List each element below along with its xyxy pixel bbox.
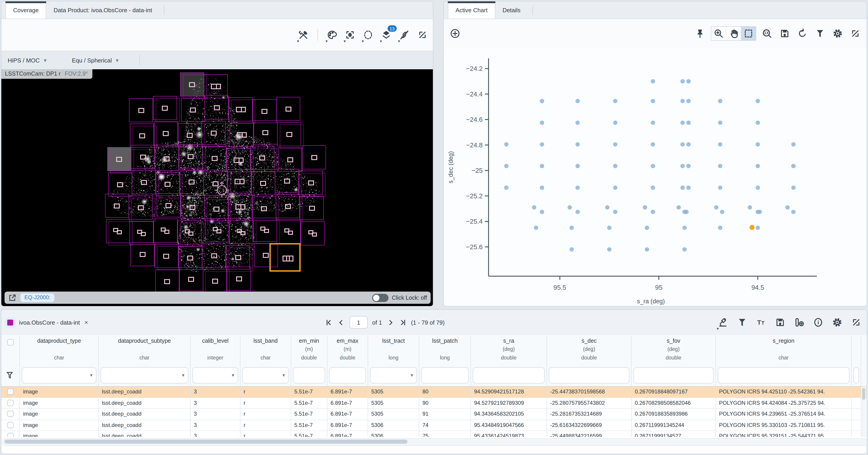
- data-point[interactable]: [785, 205, 790, 210]
- data-point[interactable]: [791, 164, 796, 168]
- data-point[interactable]: [720, 210, 724, 214]
- image-footprint-marker[interactable]: [139, 133, 145, 138]
- image-footprint-marker[interactable]: [140, 252, 145, 257]
- image-footprint-marker[interactable]: [262, 130, 268, 135]
- column-filter-input[interactable]: [421, 367, 469, 384]
- column-header-s_fov[interactable]: s_fov (deg) double: [632, 335, 716, 364]
- data-point[interactable]: [756, 164, 760, 168]
- data-point[interactable]: [680, 185, 685, 190]
- image-footprint-marker[interactable]: [234, 157, 243, 163]
- column-filter-input[interactable]: [293, 367, 325, 384]
- data-point[interactable]: [576, 210, 580, 214]
- image-footprint-marker[interactable]: [140, 154, 146, 159]
- table-row[interactable]: imagelsst.deep_coadd3r5.51e-76.891e-7530…: [1, 387, 867, 398]
- image-footprint-marker[interactable]: [234, 179, 244, 184]
- image-footprint-marker[interactable]: [235, 204, 245, 209]
- pan-hand-icon[interactable]: [726, 27, 741, 40]
- data-point[interactable]: [686, 99, 691, 103]
- data-point[interactable]: [757, 210, 762, 214]
- image-footprint-marker[interactable]: [113, 228, 122, 235]
- data-point[interactable]: [686, 120, 691, 125]
- image-footprint-marker[interactable]: [166, 203, 172, 208]
- filter-icon[interactable]: [813, 27, 827, 40]
- image-footprint-marker[interactable]: [260, 181, 266, 186]
- select-all-checkbox[interactable]: [7, 339, 13, 345]
- image-footprint-marker[interactable]: [259, 155, 265, 160]
- expand-icon[interactable]: [849, 315, 863, 329]
- image-footprint-marker[interactable]: [185, 229, 194, 236]
- filter-text-input[interactable]: [856, 368, 858, 382]
- data-point[interactable]: [677, 205, 681, 210]
- image-footprint-marker[interactable]: [261, 206, 267, 211]
- data-point[interactable]: [718, 142, 722, 147]
- data-point[interactable]: [540, 210, 544, 214]
- data-point[interactable]: [686, 164, 691, 168]
- expand-icon[interactable]: [848, 27, 862, 40]
- image-footprint-marker[interactable]: [212, 278, 218, 283]
- zoom-in-icon[interactable]: [711, 27, 726, 40]
- data-point[interactable]: [756, 185, 760, 190]
- data-point[interactable]: [651, 185, 655, 190]
- data-point[interactable]: [540, 185, 544, 190]
- column-header-em_min[interactable]: em_min (m) double: [291, 335, 328, 364]
- data-point[interactable]: [714, 205, 718, 210]
- image-footprint-marker[interactable]: [189, 179, 194, 184]
- data-point[interactable]: [651, 79, 655, 84]
- column-header-dataproduct_type[interactable]: dataproduct_type char: [20, 335, 99, 364]
- image-footprint-marker[interactable]: [287, 157, 293, 162]
- data-point[interactable]: [680, 99, 685, 103]
- table-row[interactable]: imagelsst.deep_coadd3r5.51e-76.891e-7530…: [1, 431, 867, 437]
- image-footprint-marker[interactable]: [163, 253, 169, 259]
- coordinate-system-dropdown[interactable]: Equ / Spherical▼: [65, 57, 126, 64]
- first-page-icon[interactable]: [325, 318, 333, 326]
- pin-icon[interactable]: [693, 27, 707, 40]
- image-footprint-marker[interactable]: [261, 109, 267, 114]
- image-footprint-marker[interactable]: [164, 156, 170, 161]
- filter-text-input[interactable]: [195, 368, 230, 382]
- chevron-down-icon[interactable]: ▼: [181, 373, 185, 377]
- image-footprint-marker[interactable]: [211, 130, 217, 135]
- image-footprint-marker[interactable]: [309, 206, 315, 211]
- data-point[interactable]: [567, 205, 572, 210]
- select-area-icon[interactable]: [741, 27, 756, 40]
- v-scrollbar-thumb[interactable]: [862, 388, 865, 400]
- column-header-s_ra[interactable]: s_ra (deg) double: [471, 335, 547, 364]
- image-footprint-marker[interactable]: [189, 205, 195, 210]
- image-footprint-marker[interactable]: [311, 155, 317, 160]
- horizontal-scrollbar[interactable]: [2, 438, 867, 446]
- image-footprint-marker[interactable]: [163, 131, 169, 136]
- data-point[interactable]: [756, 99, 760, 103]
- data-point[interactable]: [613, 210, 617, 214]
- image-footprint-marker[interactable]: [164, 279, 170, 284]
- image-footprint-marker[interactable]: [308, 230, 317, 237]
- image-footprint-marker[interactable]: [308, 180, 314, 185]
- data-point[interactable]: [540, 99, 544, 103]
- image-footprint-marker[interactable]: [284, 178, 290, 183]
- image-footprint-marker[interactable]: [211, 253, 217, 258]
- image-footprint-marker[interactable]: [117, 182, 123, 187]
- data-point[interactable]: [686, 185, 691, 190]
- image-footprint-marker[interactable]: [260, 226, 270, 233]
- data-point[interactable]: [540, 142, 544, 147]
- click-lock-toggle[interactable]: [372, 294, 389, 302]
- filter-text-input[interactable]: [24, 368, 89, 382]
- image-footprint-marker[interactable]: [187, 133, 193, 138]
- h-scrollbar-thumb[interactable]: [4, 439, 407, 444]
- hips-moc-dropdown[interactable]: HiPS / MOC▼: [1, 57, 54, 64]
- image-footprint-marker[interactable]: [211, 84, 221, 89]
- data-point[interactable]: [686, 79, 691, 84]
- close-icon[interactable]: ×: [85, 319, 88, 326]
- image-footprint-marker[interactable]: [212, 156, 218, 161]
- data-point[interactable]: [680, 79, 685, 84]
- row-checkbox[interactable]: [7, 422, 13, 428]
- column-filter-input[interactable]: [718, 367, 849, 384]
- data-point[interactable]: [540, 120, 544, 125]
- data-point[interactable]: [682, 226, 687, 230]
- image-footprint-marker[interactable]: [141, 180, 147, 185]
- column-header-lsst_tract[interactable]: lsst_tract long: [368, 335, 419, 364]
- data-point[interactable]: [607, 247, 612, 251]
- data-point[interactable]: [613, 99, 617, 103]
- column-filter-input[interactable]: [473, 367, 545, 384]
- image-footprint-marker[interactable]: [187, 255, 193, 260]
- data-point[interactable]: [651, 210, 655, 214]
